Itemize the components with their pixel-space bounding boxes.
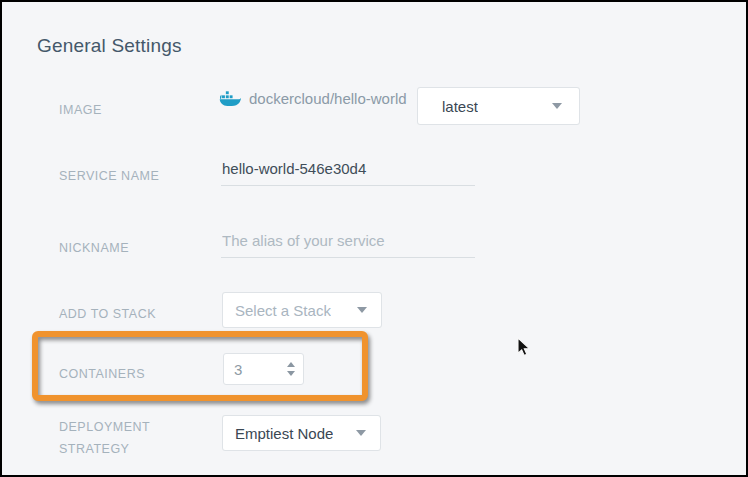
- chevron-down-icon: [552, 103, 562, 109]
- nickname-input[interactable]: [221, 232, 475, 258]
- deployment-strategy-selected: Emptiest Node: [235, 425, 333, 442]
- stepper-arrows: [287, 362, 295, 376]
- containers-value: 3: [234, 361, 242, 378]
- service-name-label: SERVICE NAME: [59, 165, 159, 187]
- mouse-cursor-icon: [516, 337, 531, 358]
- page-title: General Settings: [37, 35, 182, 57]
- image-tag-selected: latest: [442, 98, 478, 115]
- docker-whale-icon: [218, 90, 241, 107]
- service-name-input[interactable]: [221, 160, 475, 186]
- nickname-label: NICKNAME: [59, 237, 129, 259]
- containers-label: CONTAINERS: [59, 363, 145, 385]
- image-repository-name: dockercloud/hello-world: [249, 90, 407, 107]
- deployment-strategy-dropdown[interactable]: Emptiest Node: [222, 415, 381, 451]
- containers-stepper[interactable]: 3: [223, 353, 304, 385]
- image-label: IMAGE: [59, 99, 102, 121]
- chevron-down-icon: [356, 430, 366, 436]
- deployment-strategy-label: DEPLOYMENT STRATEGY: [59, 416, 169, 460]
- stepper-up-icon[interactable]: [287, 362, 295, 367]
- image-repository: dockercloud/hello-world: [218, 90, 407, 107]
- chevron-down-icon: [357, 307, 367, 313]
- general-settings-panel: General Settings IMAGE dockercloud/hello…: [0, 0, 748, 477]
- stepper-down-icon[interactable]: [287, 371, 295, 376]
- add-to-stack-label: ADD TO STACK: [59, 303, 156, 325]
- stack-dropdown[interactable]: Select a Stack: [222, 292, 382, 328]
- stack-dropdown-placeholder: Select a Stack: [235, 302, 331, 319]
- image-tag-dropdown[interactable]: latest: [417, 87, 580, 125]
